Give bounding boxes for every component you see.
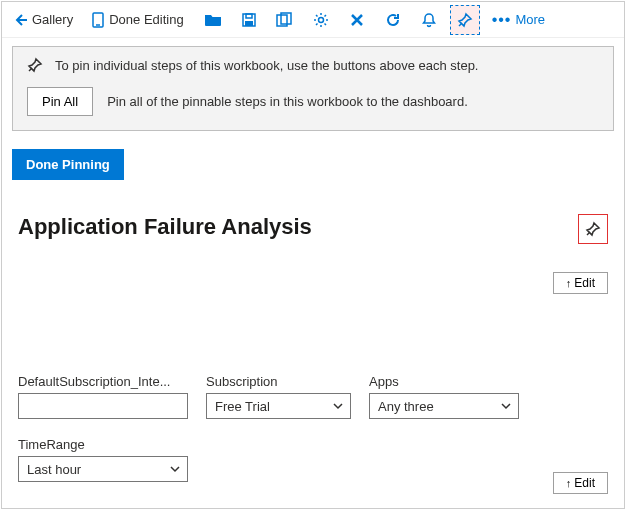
tablet-icon bbox=[91, 12, 105, 28]
chevron-down-icon bbox=[169, 463, 181, 475]
chevron-down-icon bbox=[332, 400, 344, 412]
save-copy-button[interactable] bbox=[270, 5, 300, 35]
pin-icon bbox=[585, 221, 601, 237]
back-arrow-icon bbox=[12, 12, 28, 28]
param-timerange-label: TimeRange bbox=[18, 437, 188, 452]
pin-mode-button[interactable] bbox=[450, 5, 480, 35]
svg-rect-4 bbox=[245, 21, 253, 26]
pin-hint-text: To pin individual steps of this workbook… bbox=[55, 58, 478, 73]
save-icon bbox=[241, 12, 257, 28]
svg-line-10 bbox=[587, 232, 590, 235]
svg-point-7 bbox=[318, 17, 323, 22]
title-section: ↑ Edit Application Failure Analysis bbox=[18, 214, 614, 324]
param-timerange-field[interactable]: Last hour bbox=[18, 456, 188, 482]
done-pinning-button[interactable]: Done Pinning bbox=[12, 149, 124, 180]
edit-label: Edit bbox=[574, 476, 595, 490]
up-arrow-icon: ↑ bbox=[566, 477, 572, 489]
alert-button[interactable] bbox=[414, 5, 444, 35]
gallery-label: Gallery bbox=[28, 12, 83, 27]
save-button[interactable] bbox=[234, 5, 264, 35]
refresh-button[interactable] bbox=[378, 5, 408, 35]
pin-icon bbox=[457, 12, 473, 28]
param-subscription-label: Subscription bbox=[206, 374, 351, 389]
param-subscription-value: Free Trial bbox=[215, 399, 270, 414]
open-button[interactable] bbox=[198, 5, 228, 35]
gallery-button[interactable]: Gallery bbox=[8, 5, 87, 35]
param-timerange-value: Last hour bbox=[27, 462, 81, 477]
svg-line-8 bbox=[459, 23, 462, 26]
pin-step-button[interactable] bbox=[578, 214, 608, 244]
save-copy-icon bbox=[276, 12, 294, 28]
chevron-down-icon bbox=[500, 400, 512, 412]
param-apps-value: Any three bbox=[378, 399, 434, 414]
page-title: Application Failure Analysis bbox=[18, 214, 614, 240]
done-editing-label: Done Editing bbox=[105, 12, 193, 27]
edit-button[interactable]: ↑ Edit bbox=[553, 472, 608, 494]
param-subscription-field[interactable]: Free Trial bbox=[206, 393, 351, 419]
param-defaultsub-field[interactable] bbox=[18, 393, 188, 419]
gear-icon bbox=[313, 12, 329, 28]
params-section: DefaultSubscription_Inte... Subscription… bbox=[18, 374, 614, 494]
pin-icon bbox=[27, 57, 43, 73]
ellipsis-icon: ••• bbox=[492, 12, 512, 28]
edit-button[interactable]: ↑ Edit bbox=[553, 272, 608, 294]
more-button[interactable]: ••• More bbox=[486, 12, 551, 28]
svg-line-9 bbox=[29, 68, 32, 71]
close-icon bbox=[350, 13, 364, 27]
discard-button[interactable] bbox=[342, 5, 372, 35]
pin-all-button[interactable]: Pin All bbox=[27, 87, 93, 116]
param-apps-field[interactable]: Any three bbox=[369, 393, 519, 419]
edit-label: Edit bbox=[574, 276, 595, 290]
bell-icon bbox=[421, 12, 437, 28]
done-editing-button[interactable]: Done Editing bbox=[87, 5, 197, 35]
pin-panel: To pin individual steps of this workbook… bbox=[12, 46, 614, 131]
param-apps-label: Apps bbox=[369, 374, 519, 389]
settings-button[interactable] bbox=[306, 5, 336, 35]
refresh-icon bbox=[385, 12, 401, 28]
folder-icon bbox=[204, 12, 222, 28]
param-defaultsub-label: DefaultSubscription_Inte... bbox=[18, 374, 188, 389]
svg-rect-3 bbox=[246, 14, 252, 18]
up-arrow-icon: ↑ bbox=[566, 277, 572, 289]
pin-all-desc: Pin all of the pinnable steps in this wo… bbox=[107, 94, 468, 109]
toolbar: Gallery Done Editing bbox=[2, 2, 624, 38]
more-label: More bbox=[515, 12, 545, 27]
